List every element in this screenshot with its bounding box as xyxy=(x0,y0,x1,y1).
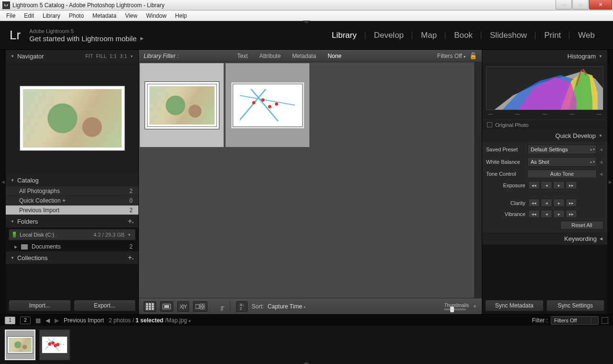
grid-scrollbar[interactable] xyxy=(474,62,482,298)
module-library[interactable]: Library xyxy=(323,31,365,40)
drive-row[interactable]: Local Disk (C:) 4.2 / 29.3 GB ▼ xyxy=(9,229,136,240)
module-book[interactable]: Book xyxy=(445,31,481,40)
go-back-icon[interactable]: ◀ xyxy=(45,317,50,324)
menu-photo[interactable]: Photo xyxy=(65,11,88,21)
module-print[interactable]: Print xyxy=(535,31,569,40)
navigator-preview[interactable] xyxy=(6,62,138,174)
thumbnail-grid[interactable] xyxy=(139,62,482,298)
vibrance-dec[interactable]: ◂ xyxy=(541,210,552,218)
exposure-inc2[interactable]: ▸▸ xyxy=(566,181,577,189)
filter-text[interactable]: Text xyxy=(231,51,253,61)
menu-metadata[interactable]: Metadata xyxy=(88,11,121,21)
checkbox-icon[interactable] xyxy=(487,122,492,127)
sort-direction-button[interactable]: a↓z xyxy=(236,301,248,312)
view-compare-button[interactable]: X|Y xyxy=(177,301,189,312)
menu-library[interactable]: Library xyxy=(38,11,65,21)
keywording-header[interactable]: Keywording ◀ xyxy=(482,232,607,245)
add-folder-icon[interactable]: +▪ xyxy=(128,217,134,226)
close-button[interactable]: ✕ xyxy=(589,0,612,10)
exposure-dec[interactable]: ◂ xyxy=(541,181,552,189)
vibrance-inc[interactable]: ▸ xyxy=(553,210,565,218)
original-photo-toggle[interactable]: Original Photo xyxy=(482,120,607,129)
catalog-row-all[interactable]: All Photographs2 xyxy=(6,186,138,196)
module-develop[interactable]: Develop xyxy=(365,31,412,40)
menu-window[interactable]: Window xyxy=(142,11,171,21)
folders-header[interactable]: ▼ Folders +▪ xyxy=(6,215,138,228)
filter-dropdown[interactable]: Filters Off xyxy=(551,316,599,325)
collections-header[interactable]: ▼ Collections +▪ xyxy=(6,251,138,264)
filter-lock-toggle[interactable] xyxy=(602,317,608,324)
navigator-header[interactable]: ▼ Navigator FIT FILL 1:1 3:1 ▼ xyxy=(6,50,138,62)
folder-row-documents[interactable]: ▶ Documents 2 xyxy=(6,242,138,251)
clarity-dec[interactable]: ◂ xyxy=(541,199,552,207)
collapse-top-icon[interactable] xyxy=(303,21,310,23)
histogram-header[interactable]: Histogram ▼ xyxy=(482,50,607,62)
filmstrip[interactable] xyxy=(0,326,613,364)
module-slideshow[interactable]: Slideshow xyxy=(481,31,536,40)
minimize-button[interactable]: — xyxy=(556,0,572,10)
filters-off-dropdown[interactable]: Filters Off ▾ xyxy=(437,53,465,59)
export-button[interactable]: Export... xyxy=(74,300,136,311)
thumbnail-size-slider[interactable] xyxy=(444,308,466,310)
menu-file[interactable]: File xyxy=(2,11,20,21)
filmstrip-cell-2[interactable] xyxy=(39,330,70,360)
nav-fill[interactable]: FILL xyxy=(96,54,107,59)
collapse-icon[interactable]: ◀ xyxy=(600,160,603,164)
toolbar-menu-icon[interactable]: ▼ xyxy=(473,304,477,309)
second-window-button[interactable]: 2 xyxy=(20,317,31,324)
clarity-inc2[interactable]: ▸▸ xyxy=(566,199,577,207)
catalog-header[interactable]: ▼ Catalog xyxy=(6,174,138,186)
filter-metadata[interactable]: Metadata xyxy=(286,51,322,61)
menu-edit[interactable]: Edit xyxy=(20,11,38,21)
filmstrip-cell-1[interactable] xyxy=(5,330,35,360)
histogram-display[interactable] xyxy=(486,66,603,110)
filter-none[interactable]: None xyxy=(322,51,347,61)
nav-3to1[interactable]: 3:1 xyxy=(120,54,127,59)
right-edge-handle[interactable]: ▶ xyxy=(607,50,613,314)
main-window-button[interactable]: 1 xyxy=(5,317,15,324)
nav-zoom-more-icon[interactable]: ▼ xyxy=(130,55,134,58)
lightroom-mobile-link[interactable]: Get started with Lightroom mobile▶ xyxy=(29,34,144,43)
exposure-dec2[interactable]: ◂◂ xyxy=(528,181,540,189)
catalog-row-previous-import[interactable]: Previous Import2 xyxy=(6,205,138,215)
collapse-icon[interactable]: ◀ xyxy=(600,148,603,152)
maximize-button[interactable]: ▭ xyxy=(572,0,589,10)
sort-dropdown[interactable]: Capture Time ▾ xyxy=(268,303,306,310)
left-edge-handle[interactable]: ◀ xyxy=(0,50,6,314)
collapse-icon[interactable]: ◀ xyxy=(600,172,603,176)
sync-settings-button[interactable]: Sync Settings xyxy=(546,300,605,311)
quick-develop-header[interactable]: Quick Develop ▼ xyxy=(482,129,607,142)
auto-tone-button[interactable]: Auto Tone xyxy=(527,170,597,178)
clarity-inc[interactable]: ▸ xyxy=(553,199,565,207)
view-loupe-button[interactable] xyxy=(160,301,173,312)
wb-dropdown[interactable]: As Shot▲▼ xyxy=(527,157,597,167)
vibrance-inc2[interactable]: ▸▸ xyxy=(566,210,577,218)
catalog-row-quick[interactable]: Quick Collection +0 xyxy=(6,196,138,205)
grid-cell-2[interactable] xyxy=(226,63,309,147)
lock-icon[interactable]: 🔓 xyxy=(469,52,477,59)
view-survey-button[interactable] xyxy=(193,301,207,312)
add-collection-icon[interactable]: +▪ xyxy=(128,253,134,262)
painter-tool-icon[interactable]: ╓ xyxy=(220,303,225,310)
status-source[interactable]: Previous Import xyxy=(64,317,104,324)
import-button[interactable]: Import... xyxy=(9,300,71,311)
collapse-bottom-icon[interactable] xyxy=(303,362,310,364)
module-map[interactable]: Map xyxy=(412,31,445,40)
reset-all-button[interactable]: Reset All xyxy=(560,221,603,229)
preset-dropdown[interactable]: Default Settings▲▼ xyxy=(527,145,597,154)
view-grid-button[interactable] xyxy=(144,301,156,312)
grid-icon[interactable]: ▦ xyxy=(35,317,41,324)
nav-fit[interactable]: FIT xyxy=(85,54,93,59)
go-forward-icon[interactable]: ▶ xyxy=(55,317,59,324)
expand-icon[interactable]: ▶ xyxy=(14,245,17,249)
filter-attribute[interactable]: Attribute xyxy=(253,51,286,61)
exposure-inc[interactable]: ▸ xyxy=(553,181,565,189)
module-web[interactable]: Web xyxy=(569,31,603,40)
menu-view[interactable]: View xyxy=(121,11,142,21)
menu-help[interactable]: Help xyxy=(171,11,192,21)
vibrance-dec2[interactable]: ◂◂ xyxy=(528,210,540,218)
grid-cell-1[interactable] xyxy=(140,63,224,147)
clarity-dec2[interactable]: ◂◂ xyxy=(528,199,540,207)
sync-metadata-button[interactable]: Sync Metadata xyxy=(485,300,544,311)
nav-1to1[interactable]: 1:1 xyxy=(110,54,117,59)
